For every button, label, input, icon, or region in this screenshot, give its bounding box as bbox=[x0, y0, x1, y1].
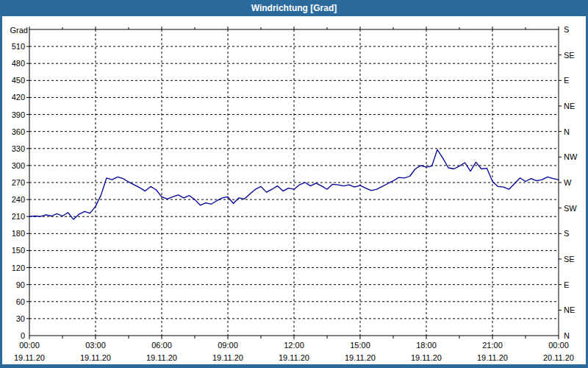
compass-tick-label: N bbox=[564, 127, 570, 136]
y-axis-tick-label: 360 bbox=[12, 127, 25, 136]
x-axis-time-label: 00:00 bbox=[548, 341, 569, 350]
y-axis-tick-label: 420 bbox=[12, 93, 25, 102]
x-axis-time-label: 00:00 bbox=[19, 341, 40, 350]
y-axis-tick-label: 300 bbox=[12, 161, 25, 170]
y-axis-tick-label: 150 bbox=[12, 246, 25, 255]
compass-tick-label: NE bbox=[564, 102, 575, 110]
y-axis-tick-label: 180 bbox=[12, 229, 25, 238]
y-axis-tick-label: 330 bbox=[12, 144, 25, 153]
x-axis-date-label: 19.11.20 bbox=[345, 353, 376, 362]
x-axis-time-label: 18:00 bbox=[416, 341, 437, 350]
y-axis-tick-label: 60 bbox=[16, 297, 25, 306]
x-axis-date-label: 19.11.20 bbox=[411, 353, 442, 362]
y-axis-tick-label: 390 bbox=[12, 110, 25, 119]
compass-tick-label: SE bbox=[564, 255, 575, 263]
compass-tick-label: SW bbox=[564, 204, 577, 213]
y-axis-tick-label: 510 bbox=[12, 42, 25, 51]
x-axis-date-label: 19.11.20 bbox=[477, 353, 508, 362]
y-axis-tick-label: 210 bbox=[12, 212, 25, 221]
compass-tick-label: NE bbox=[564, 305, 575, 314]
x-axis-date-label: 19.11.20 bbox=[80, 353, 111, 362]
y-axis-tick-label: 270 bbox=[12, 178, 25, 187]
x-axis-time-label: 15:00 bbox=[350, 341, 370, 350]
x-axis-date-label: 19.11.20 bbox=[146, 353, 177, 362]
x-axis-time-label: 09:00 bbox=[218, 341, 238, 350]
compass-tick-label: S bbox=[564, 229, 569, 238]
compass-tick-label: W bbox=[564, 178, 572, 187]
compass-tick-label: SE bbox=[564, 51, 575, 60]
x-axis-time-label: 03:00 bbox=[85, 341, 106, 350]
y-axis-tick-label: 0 bbox=[21, 331, 25, 340]
x-axis-time-label: 12:00 bbox=[284, 341, 304, 350]
compass-tick-label: N bbox=[564, 331, 570, 340]
wind-direction-chart: 0306090120150180210240270300330360390420… bbox=[2, 16, 586, 364]
y-axis-unit-label: Grad bbox=[10, 26, 28, 35]
titlebar: Windrichtung [Grad] bbox=[0, 0, 588, 16]
x-axis-date-label: 20.11.20 bbox=[543, 353, 574, 362]
x-axis-labels: 00:0019.11.2003:0019.11.2006:0019.11.200… bbox=[14, 341, 574, 362]
y-axis-tick-label: 480 bbox=[12, 59, 25, 68]
chart-area: 0306090120150180210240270300330360390420… bbox=[2, 16, 586, 364]
x-axis-time-label: 21:00 bbox=[482, 341, 503, 350]
y-axis-tick-label: 240 bbox=[12, 195, 25, 204]
x-axis-time-label: 06:00 bbox=[151, 341, 172, 350]
y-axis-tick-label: 90 bbox=[16, 280, 25, 289]
compass-tick-label: E bbox=[564, 280, 569, 289]
y-axis-tick-label: 450 bbox=[12, 76, 25, 85]
x-axis-date-label: 19.11.20 bbox=[212, 353, 243, 362]
compass-tick-label: S bbox=[564, 25, 569, 34]
y-axis-tick-label: 30 bbox=[16, 314, 25, 323]
x-axis-date-label: 19.11.20 bbox=[279, 353, 309, 362]
compass-tick-label: E bbox=[564, 76, 569, 85]
y-axis-right: NNEESESSWWNWNNEESES bbox=[559, 25, 578, 340]
y-axis-left: 0306090120150180210240270300330360390420… bbox=[10, 26, 29, 340]
chart-window: Windrichtung [Grad] 03060901201501802102… bbox=[0, 0, 588, 368]
y-axis-tick-label: 120 bbox=[12, 263, 25, 272]
window-title: Windrichtung [Grad] bbox=[251, 3, 337, 13]
compass-tick-label: NW bbox=[564, 152, 578, 161]
x-axis-date-label: 19.11.20 bbox=[14, 353, 45, 362]
